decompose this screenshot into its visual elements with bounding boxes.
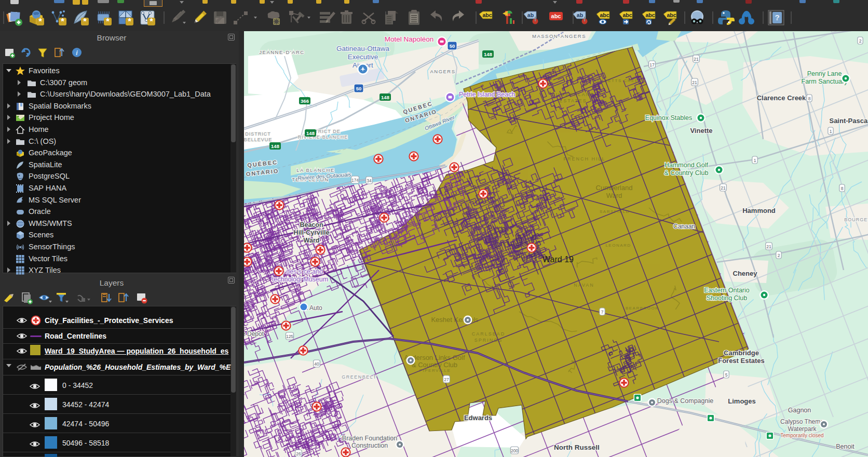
svg-text:50: 50 (450, 43, 455, 49)
svg-text:CARLSBAD: CARLSBAD (472, 331, 506, 337)
svg-text:Vinette: Vinette (690, 127, 712, 135)
svg-text:8: 8 (841, 186, 844, 191)
svg-text:Equinox Stables: Equinox Stables (645, 114, 692, 122)
svg-text:*: * (128, 17, 131, 26)
svg-text:Clarence Creek: Clarence Creek (757, 94, 806, 102)
svg-text:21: 21 (692, 80, 697, 85)
svg-text:technologi Museum: technologi Museum (272, 276, 328, 283)
svg-text:ESTATES: ESTATES (559, 98, 587, 103)
svg-text:1: 1 (754, 158, 756, 163)
svg-text:40: 40 (314, 361, 319, 367)
svg-text:148: 148 (306, 130, 315, 136)
svg-text:Beacon: Beacon (300, 221, 323, 228)
svg-text:Petrie Island Beach: Petrie Island Beach (459, 91, 515, 98)
svg-text:BELLEVUE: BELLEVUE (244, 137, 272, 142)
svg-text:Limoges: Limoges (728, 397, 755, 405)
svg-text:Cambridge: Cambridge (724, 349, 759, 357)
svg-text:Executive: Executive (348, 53, 378, 61)
svg-text:Dogs & Compagnie: Dogs & Compagnie (657, 397, 713, 405)
svg-text:abc: abc (482, 12, 492, 18)
svg-text:27: 27 (444, 377, 449, 382)
svg-text:BOURGET: BOURGET (844, 217, 868, 222)
svg-text:1: 1 (830, 129, 832, 134)
svg-text:abc: abc (667, 12, 676, 18)
svg-text:7: 7 (601, 310, 604, 315)
svg-text:Gatineau-Ottawa: Gatineau-Ottawa (336, 45, 390, 52)
svg-text:Hammond Golf: Hammond Golf (664, 162, 709, 169)
svg-text:21: 21 (694, 57, 699, 62)
svg-text:Forest Estates: Forest Estates (718, 357, 765, 365)
svg-text:abc: abc (551, 13, 561, 19)
svg-text:e Depot: e Depot (244, 330, 264, 338)
svg-text:Ward: Ward (304, 237, 320, 244)
svg-text:366: 366 (301, 98, 309, 104)
svg-text:*: * (150, 17, 153, 26)
svg-text:Ward 19: Ward 19 (542, 255, 574, 264)
svg-text:Calypso Theme: Calypso Theme (780, 418, 824, 425)
svg-text:*: * (61, 17, 64, 26)
svg-text:Saint-Pascal-B: Saint-Pascal-B (829, 117, 868, 125)
svg-text:Hammond: Hammond (742, 207, 776, 214)
svg-text:148: 148 (271, 143, 279, 149)
svg-text:Ward: Ward (606, 192, 622, 199)
svg-text:BEARBROOK: BEARBROOK (626, 306, 659, 311)
svg-text:5: 5 (725, 372, 728, 378)
svg-text:JEANNE-D'ARC: JEANNE-D'ARC (259, 49, 304, 55)
svg-text:125: 125 (286, 334, 293, 339)
svg-text:Hill-Cyrville: Hill-Cyrville (294, 229, 330, 236)
svg-text:Waterpark: Waterpark (788, 425, 817, 433)
svg-text:21: 21 (721, 185, 726, 191)
svg-text:34: 34 (367, 178, 372, 183)
svg-text:8: 8 (808, 96, 811, 101)
svg-text:ab: ab (577, 12, 583, 18)
svg-text:Temporarily closed: Temporarily closed (780, 433, 823, 438)
svg-text:50: 50 (356, 86, 362, 91)
svg-text:148: 148 (381, 95, 389, 100)
svg-text:Motel Napoléon: Motel Napoléon (385, 35, 434, 43)
svg-text:FRENCH HILL: FRENCH HILL (563, 156, 605, 162)
svg-text:ab: ab (527, 12, 534, 18)
svg-text:Canaan: Canaan (673, 223, 695, 230)
svg-text:Construction: Construction (351, 442, 388, 449)
svg-text:21: 21 (766, 244, 771, 249)
svg-text:Edwards: Edwards (464, 414, 492, 422)
svg-text:MASSON-ANGERS: MASSON-ANGERS (532, 33, 586, 39)
svg-text:abc: abc (600, 12, 609, 18)
svg-text:abc: abc (645, 12, 655, 18)
svg-text:?: ? (775, 13, 779, 22)
svg-text:GREENBELT: GREENBELT (342, 374, 376, 380)
svg-text:DISTRICT: DISTRICT (245, 131, 271, 137)
svg-text:LA BLANCHE: LA BLANCHE (296, 167, 335, 173)
svg-text:Gagnon: Gagnon (788, 407, 811, 414)
svg-text:2: 2 (859, 38, 862, 44)
svg-text:Benoit: Benoit (836, 443, 855, 450)
svg-text:174: 174 (351, 178, 359, 183)
svg-text:NAVAN: NAVAN (574, 283, 594, 288)
svg-text:Shooting Club: Shooting Club (707, 294, 748, 302)
svg-text:2: 2 (778, 253, 780, 258)
svg-text:North Russell: North Russell (554, 443, 600, 451)
svg-text:abc: abc (622, 12, 632, 18)
svg-text:*: * (38, 17, 42, 26)
svg-text:Eastern Ontario: Eastern Ontario (704, 287, 750, 294)
svg-text:& Country Club: & Country Club (664, 169, 709, 177)
svg-text:Cheney: Cheney (733, 270, 758, 277)
svg-text:17: 17 (649, 62, 655, 68)
svg-text:Penny Lane: Penny Lane (807, 70, 842, 77)
svg-text:200: 200 (511, 448, 518, 453)
svg-text:26: 26 (296, 451, 301, 456)
svg-text:LEONARD: LEONARD (605, 243, 631, 248)
svg-text:ée des s ce and: ée des s ce and (277, 268, 323, 275)
svg-text:Farm Sanctuary: Farm Sanctuary (802, 78, 848, 85)
svg-text:*: * (83, 17, 87, 26)
svg-text:148: 148 (484, 51, 492, 57)
svg-text:*: * (106, 17, 110, 26)
svg-text:Braden Foundation: Braden Foundation (342, 435, 397, 442)
svg-text:ANGERS: ANGERS (430, 69, 455, 74)
